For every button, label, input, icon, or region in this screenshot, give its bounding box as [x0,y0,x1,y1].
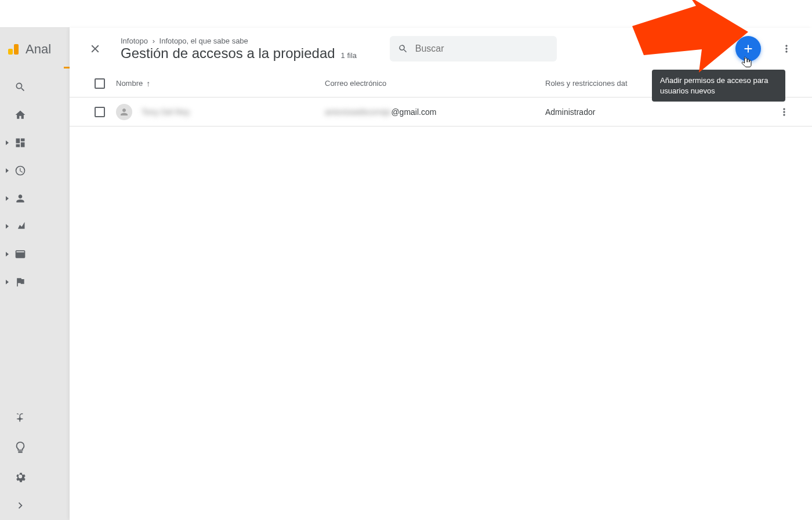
breadcrumb-account[interactable]: Infotopo [121,37,148,45]
search-input[interactable] [415,44,549,54]
nav-ads-icon[interactable] [0,248,41,260]
nav-audience-icon[interactable] [0,193,41,204]
more-vert-icon [778,106,790,118]
row-email-cell: antoniowebcorrejo@gmail.com [325,107,545,117]
plus-icon [742,42,755,55]
panel-more-button[interactable] [775,37,798,60]
search-icon [398,43,408,55]
page-title: Gestión de accesos a la propiedad [121,45,335,62]
nav-collapse-icon[interactable] [14,499,27,514]
active-tab-indicator [64,67,70,68]
user-name-blurred: Tony Del Rey [142,107,190,117]
app-name-truncated: Anal [26,42,51,57]
email-suffix: @gmail.com [391,107,436,117]
nav-library-icon[interactable] [14,412,27,427]
app-header-strip [0,0,70,28]
side-nav [0,81,41,288]
nav-insights-icon[interactable] [14,441,27,456]
side-nav-bottom [0,412,41,514]
nav-home-icon[interactable] [0,109,41,121]
sort-asc-icon: ↑ [146,79,150,88]
close-button[interactable] [84,37,107,60]
row-name-cell: Tony Del Rey [116,104,325,120]
close-icon [89,42,102,55]
row-more-button[interactable] [775,103,793,121]
nav-search-icon[interactable] [0,81,41,93]
analytics-logo-icon [8,44,19,55]
more-vert-icon [781,43,792,55]
search-box[interactable] [390,36,557,62]
access-management-panel: Infotopo › Infotopo, el que sabe sabe Ge… [70,28,812,520]
breadcrumb: Infotopo › Infotopo, el que sabe sabe [121,37,376,45]
panel-header: Infotopo › Infotopo, el que sabe sabe Ge… [70,28,812,70]
row-checkbox[interactable] [84,107,116,117]
nav-realtime-icon[interactable] [0,165,41,176]
nav-admin-icon[interactable] [14,470,27,485]
row-role-cell: Administrador [545,107,770,117]
table-row[interactable]: Tony Del Rey antoniowebcorrejo@gmail.com… [70,98,812,127]
col-header-email[interactable]: Correo electrónico [325,79,545,88]
select-all-checkbox[interactable] [84,78,116,89]
nav-explore-icon[interactable] [0,221,41,232]
app-logo-block: Anal [8,42,51,57]
breadcrumb-separator: › [153,37,155,45]
add-user-tooltip: Añadir permisos de acceso para usuarios … [652,70,785,102]
nav-reports-icon[interactable] [0,137,41,149]
col-header-name[interactable]: Nombre ↑ [116,79,325,88]
title-block: Infotopo › Infotopo, el que sabe sabe Ge… [121,37,376,62]
add-user-button[interactable] [735,36,761,62]
email-prefix-blurred: antoniowebcorrejo [325,107,391,117]
row-count-label: 1 fila [341,51,357,60]
breadcrumb-property[interactable]: Infotopo, el que sabe sabe [160,37,248,45]
nav-conversions-icon[interactable] [0,276,41,288]
avatar-icon [116,104,132,120]
